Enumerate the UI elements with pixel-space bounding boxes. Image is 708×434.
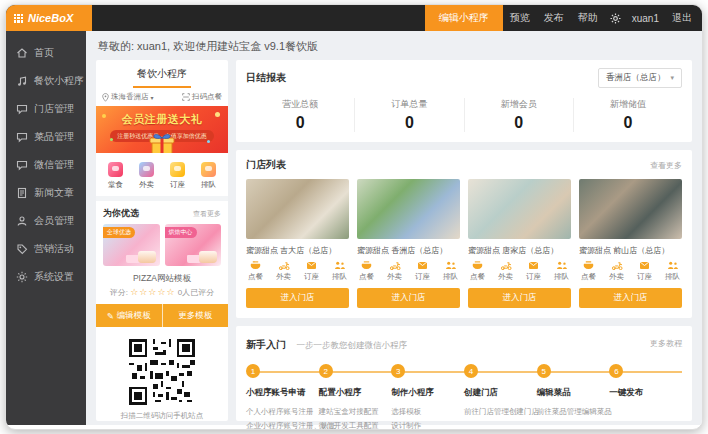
stat-new-deposits: 新增储值 0 xyxy=(573,98,682,132)
caret-down-icon: ▾ xyxy=(151,94,154,101)
sidebar-item-marketing[interactable]: 营销活动 xyxy=(6,235,86,263)
edit-template-button[interactable]: ✎ 编辑模板 xyxy=(96,304,162,327)
chat-icon xyxy=(16,131,28,143)
store-action-reserve[interactable]: 订座 xyxy=(304,261,319,282)
location-pin-icon xyxy=(102,93,109,102)
store-action-reserve[interactable]: 订座 xyxy=(526,261,541,282)
store-action-queue[interactable]: 排队 xyxy=(554,261,569,282)
step-6-dot: 6 xyxy=(609,364,623,378)
guide-link[interactable]: 个人小程序账号注册 xyxy=(246,405,319,419)
scan-order-link[interactable]: 扫码点餐 xyxy=(182,92,222,102)
step-2-dot: 2 xyxy=(319,364,333,378)
logout-link[interactable]: 退出 xyxy=(665,5,702,31)
picks-more-link[interactable]: 查看更多 xyxy=(193,209,221,219)
store-action-takeout[interactable]: 外卖 xyxy=(276,261,291,282)
store-select-dropdown[interactable]: 香洲店（总店） ▾ xyxy=(598,68,682,88)
guide-link[interactable]: 企业小程序账号注册、认证 xyxy=(246,419,319,430)
more-templates-button[interactable]: 更多模板 xyxy=(162,304,229,327)
sidebar: 首页 餐饮小程序 门店管理 菜品管理 微信管理 xyxy=(6,31,86,425)
tag-icon xyxy=(16,243,28,255)
store-action-reserve[interactable]: 订座 xyxy=(415,261,430,282)
publish-link[interactable]: 发布 xyxy=(537,5,571,31)
store-action-queue[interactable]: 排队 xyxy=(443,261,458,282)
grid-menu-icon xyxy=(14,14,23,23)
sidebar-item-wechat-management[interactable]: 微信管理 xyxy=(6,151,86,179)
store-photo xyxy=(357,179,460,239)
store-list-more-link[interactable]: 查看更多 xyxy=(650,160,682,171)
enter-store-button[interactable]: 进入门店 xyxy=(246,288,349,308)
guide-link[interactable]: 微信开发工具配置 xyxy=(319,419,392,430)
location-selector[interactable]: 珠海香洲店 ▾ xyxy=(102,92,154,102)
gear-icon xyxy=(16,271,28,283)
store-photo xyxy=(579,179,682,239)
more-tutorials-link[interactable]: 更多教程 xyxy=(650,338,682,349)
store-card-4: 蜜源甜点 前山店（总店） 点餐 外卖 订座 排队 进入门店 xyxy=(579,179,682,308)
star-rating-icons[interactable]: ☆☆☆☆☆ xyxy=(130,287,175,297)
guide-link[interactable]: 前往菜品管理编辑菜品 xyxy=(537,405,610,419)
pick-card-1[interactable]: 全球优选 xyxy=(103,224,160,266)
caret-down-icon: ▾ xyxy=(670,74,674,82)
enter-store-button[interactable]: 进入门店 xyxy=(468,288,571,308)
settings-gear-icon[interactable] xyxy=(605,5,626,31)
stat-orders: 订单总量 0 xyxy=(354,98,463,132)
user-icon xyxy=(16,215,28,227)
guide-stepper: 1 2 3 4 5 6 xyxy=(246,364,682,379)
dessert-image xyxy=(138,251,156,263)
app-window: NiceBoX 编辑小程序 预览 发布 帮助 xuan1 退出 首页 xyxy=(5,4,703,430)
chat-icon xyxy=(16,159,28,171)
store-list-panel: 门店列表 查看更多 蜜源甜点 吉大店（总店） 点餐 外卖 xyxy=(236,150,692,318)
quick-action-queue[interactable]: 排队 xyxy=(201,162,216,190)
sidebar-item-restaurant-miniprogram[interactable]: 餐饮小程序 xyxy=(6,67,86,95)
report-title: 日结报表 xyxy=(246,71,286,85)
sidebar-item-member-management[interactable]: 会员管理 xyxy=(6,207,86,235)
store-action-order[interactable]: 点餐 xyxy=(359,261,374,282)
store-action-takeout[interactable]: 外卖 xyxy=(387,261,402,282)
reserve-seat-icon xyxy=(417,261,428,270)
pick-card-2[interactable]: 烘焙中心 xyxy=(165,224,222,266)
enter-store-button[interactable]: 进入门店 xyxy=(357,288,460,308)
qr-caption: 扫描二维码访问手机站点 xyxy=(96,405,228,421)
preview-link[interactable]: 预览 xyxy=(503,5,537,31)
edit-miniprogram-button[interactable]: 编辑小程序 xyxy=(425,5,503,31)
username-label[interactable]: xuan1 xyxy=(626,5,665,31)
queue-icon xyxy=(201,162,216,177)
step-3-dot: 3 xyxy=(391,364,405,378)
store-action-takeout[interactable]: 外卖 xyxy=(498,261,513,282)
store-action-order[interactable]: 点餐 xyxy=(581,261,596,282)
dine-in-icon xyxy=(108,162,123,177)
guide-step-create-store: 创建门店 前往门店管理创建门店 xyxy=(464,387,537,430)
step-5-dot: 5 xyxy=(537,364,551,378)
promo-banner[interactable]: 会员注册送大礼 注册秒送优惠券 · 充值享加倍优惠 xyxy=(96,106,228,153)
guide-link[interactable]: 选择模板 xyxy=(391,405,464,419)
stat-new-members: 新增会员 0 xyxy=(464,98,573,132)
store-action-order[interactable]: 点餐 xyxy=(470,261,485,282)
guide-link[interactable]: 建站宝盒对接配置 xyxy=(319,405,392,419)
quick-action-takeout[interactable]: 外卖 xyxy=(139,162,154,190)
enter-store-button[interactable]: 进入门店 xyxy=(579,288,682,308)
daily-report-panel: 日结报表 香洲店（总店） ▾ 营业总额 0 xyxy=(236,60,692,142)
store-action-queue[interactable]: 排队 xyxy=(332,261,347,282)
sidebar-item-system-settings[interactable]: 系统设置 xyxy=(6,263,86,291)
store-action-order[interactable]: 点餐 xyxy=(248,261,263,282)
help-link[interactable]: 帮助 xyxy=(571,5,605,31)
queue-people-icon xyxy=(445,261,456,270)
gift-box-icon xyxy=(145,131,179,153)
home-icon xyxy=(16,47,28,59)
brand-logo[interactable]: NiceBoX xyxy=(6,5,92,31)
guide-link[interactable]: 前往门店管理创建门店 xyxy=(464,405,537,419)
sidebar-item-news-articles[interactable]: 新闻文章 xyxy=(6,179,86,207)
guide-step-account: 小程序账号申请 个人小程序账号注册 企业小程序账号注册、认证 微信公众号注册、认… xyxy=(246,387,319,430)
store-action-reserve[interactable]: 订座 xyxy=(637,261,652,282)
bowl-icon xyxy=(472,261,483,270)
guide-link[interactable]: 设计制作 xyxy=(391,419,464,430)
quick-action-reserve[interactable]: 订座 xyxy=(170,162,185,190)
sidebar-item-dish-management[interactable]: 菜品管理 xyxy=(6,123,86,151)
quick-action-dine-in[interactable]: 堂食 xyxy=(108,162,123,190)
store-action-takeout[interactable]: 外卖 xyxy=(609,261,624,282)
sidebar-item-home[interactable]: 首页 xyxy=(6,39,86,67)
reserve-icon xyxy=(170,162,185,177)
store-card-2: 蜜源甜点 香洲店（总店） 点餐 外卖 订座 排队 进入门店 xyxy=(357,179,460,308)
scooter-icon xyxy=(611,261,623,270)
store-action-queue[interactable]: 排队 xyxy=(665,261,680,282)
sidebar-item-store-management[interactable]: 门店管理 xyxy=(6,95,86,123)
